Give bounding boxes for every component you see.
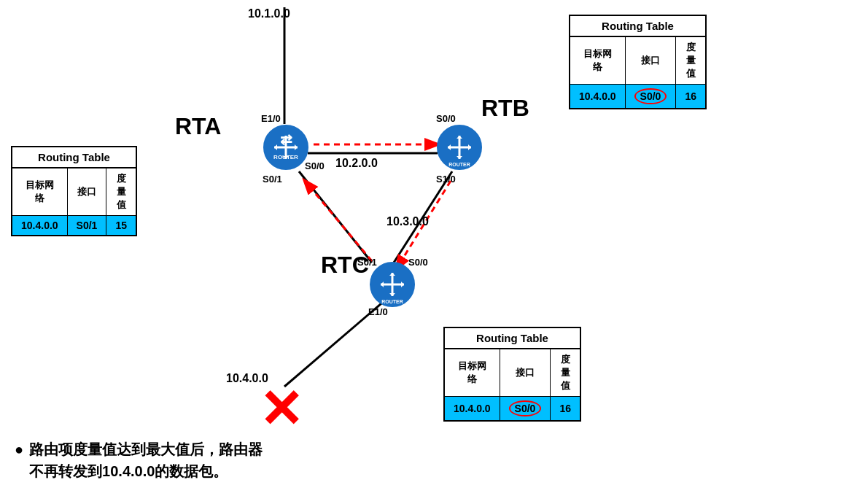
- rta-s01-label: S0/1: [263, 174, 282, 185]
- rtb-iface-circle: S0/0: [634, 88, 667, 104]
- rtb-routing-table: Routing Table 目标网络 接口 度量值 10.4.0.0 S0/0 …: [569, 15, 707, 109]
- rtc-router-icon: ROUTER: [369, 261, 416, 308]
- rtb-s10-label: S1/0: [436, 174, 456, 185]
- rtc-metric: 16: [551, 397, 580, 422]
- svg-text:ROUTER: ROUTER: [381, 299, 403, 304]
- rtc-col-iface: 接口: [500, 349, 551, 397]
- svg-line-6: [305, 181, 372, 261]
- rtb-metric: 16: [676, 85, 706, 109]
- rtc-col-dest: 目标网络: [444, 349, 500, 397]
- rtb-iface: S0/0: [625, 85, 676, 109]
- bottom-text: ● 路由项度量值达到最大值后，路由器 不再转发到10.4.0.0的数据包。: [15, 438, 263, 482]
- svg-line-2: [299, 171, 372, 263]
- rta-col-dest: 目标网络: [12, 168, 67, 216]
- rta-s00-label: S0/0: [305, 160, 325, 171]
- rtc-dest: 10.4.0.0: [444, 397, 500, 422]
- bullet-symbol: ●: [15, 438, 23, 460]
- rta-table-title: Routing Table: [12, 147, 136, 168]
- label-10-2-0-0: 10.2.0.0: [335, 157, 378, 170]
- rta-col-metric: 度量值: [106, 168, 136, 216]
- svg-text:ROUTER: ROUTER: [448, 162, 470, 167]
- rtb-router-icon: ROUTER: [436, 124, 483, 171]
- rtb-label: RTB: [481, 95, 529, 122]
- rtb-table-row: 10.4.0.0 S0/0 16: [570, 85, 706, 109]
- rtb-col-iface: 接口: [625, 36, 676, 85]
- label-10-3-0-0: 10.3.0.0: [386, 215, 429, 228]
- rtc-table-title: Routing Table: [444, 327, 580, 349]
- bottom-line1: 路由项度量值达到最大值后，路由器: [29, 438, 263, 460]
- rta-label: RTA: [175, 113, 221, 140]
- rta-col-iface: 接口: [67, 168, 106, 216]
- rta-router-icon: ⇄ ROUTER: [263, 124, 309, 171]
- rtc-table-row: 10.4.0.0 S0/0 16: [444, 397, 580, 422]
- rta-table-row: 10.4.0.0 S0/1 15: [12, 216, 136, 236]
- rtc-s00-label: S0/0: [408, 257, 428, 268]
- rta-iface: S0/1: [67, 216, 106, 236]
- rtc-col-metric: 度量值: [551, 349, 580, 397]
- red-x-mark: ✕: [259, 383, 303, 435]
- label-10-1-0-0: 10.1.0.0: [248, 7, 290, 20]
- rtb-dest: 10.4.0.0: [570, 85, 625, 109]
- rtc-routing-table: Routing Table 目标网络 接口 度量值 10.4.0.0 S0/0 …: [443, 327, 581, 422]
- rta-e10-label: E1/0: [261, 113, 281, 124]
- rta-metric: 15: [106, 216, 136, 236]
- rtb-table-title: Routing Table: [570, 15, 706, 36]
- rtc-iface: S0/0: [500, 397, 551, 422]
- rta-dest: 10.4.0.0: [12, 216, 67, 236]
- bottom-line2: 不再转发到10.4.0.0的数据包。: [29, 460, 263, 482]
- network-diagram-svg: [0, 0, 843, 504]
- diagram-area: 10.1.0.0 10.2.0.0 10.3.0.0 10.4.0.0 ⇄ RO…: [0, 0, 843, 504]
- rtc-iface-circle: S0/0: [509, 400, 542, 416]
- rtb-s00-label: S0/0: [436, 113, 456, 124]
- rtb-col-dest: 目标网络: [570, 36, 625, 85]
- rtc-e10-label: E1/0: [368, 306, 388, 317]
- rtc-s01-label: S0/1: [357, 257, 377, 268]
- rtb-col-metric: 度量值: [676, 36, 706, 85]
- rta-routing-table: Routing Table 目标网络 接口 度量值 10.4.0.0 S0/1 …: [11, 146, 137, 236]
